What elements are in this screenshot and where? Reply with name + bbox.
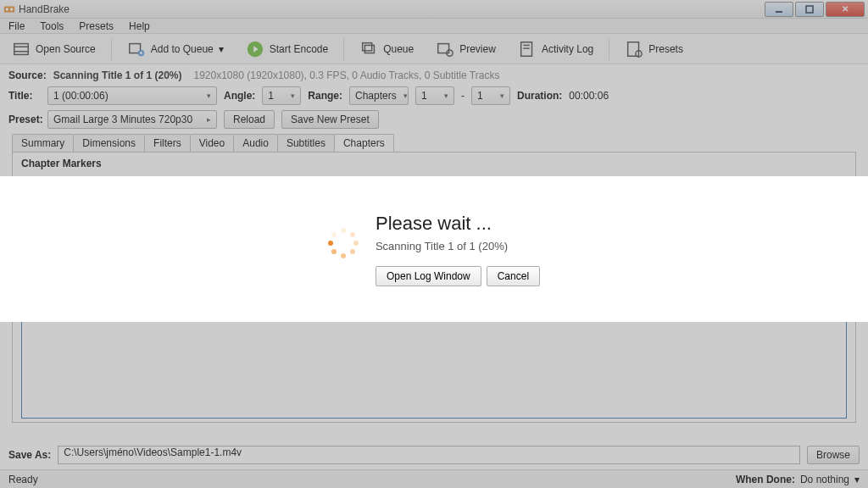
spinner-icon <box>328 228 359 258</box>
cancel-button[interactable]: Cancel <box>487 266 540 286</box>
open-log-window-button[interactable]: Open Log Window <box>376 266 481 286</box>
please-wait-dialog: Please wait ... Scanning Title 1 of 1 (2… <box>0 176 868 322</box>
modal-subtext: Scanning Title 1 of 1 (20%) <box>376 240 540 252</box>
cancel-label: Cancel <box>498 270 529 282</box>
open-log-label: Open Log Window <box>387 270 470 282</box>
modal-heading: Please wait ... <box>376 213 540 235</box>
